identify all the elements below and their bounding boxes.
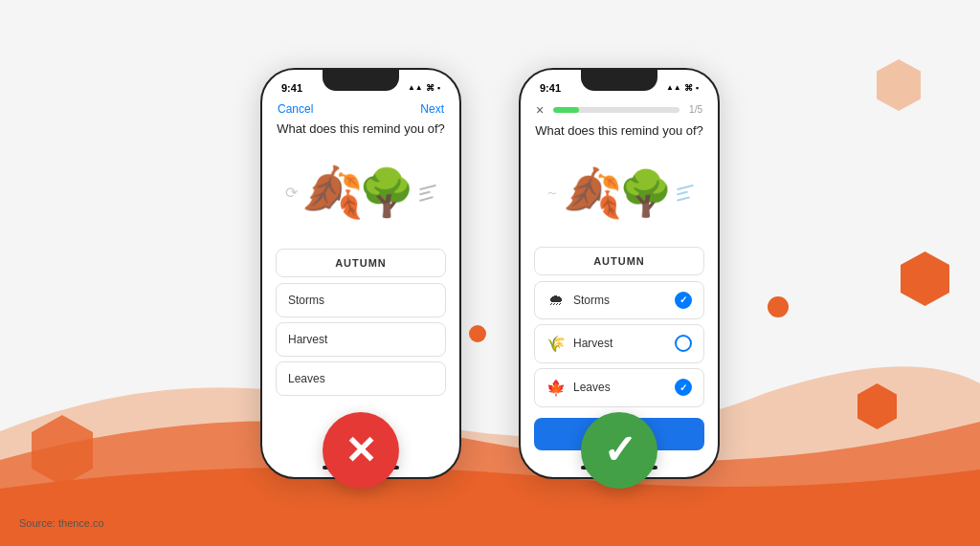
option-storms-good[interactable]: 🌧 Storms — [534, 281, 704, 319]
hex-left-bottom — [29, 412, 96, 489]
time-good: 9:41 — [540, 82, 561, 94]
illustration-bad: ⟳ 🍂 🌳 — [276, 145, 446, 241]
hex-right-mid — [899, 249, 951, 309]
tree-bad: 🍂 — [301, 164, 364, 222]
nav-bar-bad: Cancel Next — [262, 98, 459, 121]
option-leaves-left: 🍁 Leaves — [546, 379, 611, 397]
main-content: 9:41 ▲▲ ⌘ ▪ Cancel Next What does this r… — [0, 0, 980, 546]
option-harvest-left: 🌾 Harvest — [546, 335, 612, 353]
phone-bad-content: What does this remind you of? ⟳ 🍂 🌳 AUTU… — [262, 121, 459, 460]
status-icons-bad: ▲▲ ⌘ ▪ — [408, 83, 440, 93]
svg-marker-2 — [858, 383, 897, 429]
harvest-icon: 🌾 — [546, 335, 566, 353]
signal-icon-bad: ▲▲ — [408, 83, 423, 92]
option-leaves-bad[interactable]: Leaves — [276, 361, 446, 396]
svg-marker-3 — [32, 415, 93, 486]
signal-icon-good: ▲▲ — [666, 83, 681, 92]
option-harvest-bad[interactable]: Harvest — [276, 322, 446, 357]
notch-bad — [323, 70, 399, 91]
progress-bar — [553, 107, 679, 113]
wifi-icon-bad: ⌘ — [426, 83, 434, 93]
option-storms-bad[interactable]: Storms — [276, 283, 446, 317]
progress-fill — [553, 107, 578, 113]
question-bad: What does this remind you of? — [276, 121, 446, 136]
nav-bar-good: × 1/5 — [521, 98, 718, 123]
leaves-icon: 🍁 — [546, 379, 566, 397]
wind-left-good: ～ — [546, 185, 559, 202]
wind-right-good — [677, 183, 694, 204]
phone-good-content: What does this remind you of? ～ 🍂 🌳 AUTU… — [521, 123, 718, 460]
svg-marker-1 — [901, 251, 949, 306]
wind-right-bad — [419, 183, 436, 204]
phone-good-wrapper: 9:41 ▲▲ ⌘ ▪ × 1/5 What does this remind … — [519, 68, 720, 479]
wifi-icon-good: ⌘ — [684, 83, 693, 93]
tree-good: 🍂 — [563, 165, 622, 221]
battery-icon-bad: ▪ — [437, 83, 440, 93]
progress-count: 1/5 — [689, 104, 702, 115]
wind-left-bad: ⟳ — [285, 184, 298, 202]
illustration-good: ～ 🍂 🌳 — [534, 147, 704, 239]
phone-bad-wrapper: 9:41 ▲▲ ⌘ ▪ Cancel Next What does this r… — [260, 68, 461, 479]
leaves-check — [675, 379, 692, 396]
correct-badge: ✓ — [581, 412, 657, 489]
next-button[interactable]: Next — [420, 102, 444, 116]
notch-good — [581, 70, 657, 91]
cancel-button[interactable]: Cancel — [278, 102, 313, 116]
source-label: Source: thence.co — [19, 517, 104, 529]
question-good: What does this remind you of? — [534, 123, 704, 138]
x-icon: ✕ — [345, 431, 377, 470]
option-storms-left: 🌧 Storms — [546, 292, 610, 309]
wrong-badge: ✕ — [323, 412, 399, 489]
orange-dot-right — [768, 296, 789, 317]
orange-dot-center — [469, 325, 486, 342]
hex-bottom-right — [856, 382, 899, 431]
storms-check — [675, 292, 692, 309]
tree2-good: 🌳 — [618, 167, 673, 219]
close-button[interactable]: × — [536, 102, 544, 118]
check-icon: ✓ — [603, 430, 636, 470]
tree2-bad: 🌳 — [358, 166, 415, 220]
option-header-bad: AUTUMN — [276, 249, 446, 277]
option-header-good: AUTUMN — [534, 247, 704, 275]
option-leaves-good[interactable]: 🍁 Leaves — [534, 368, 704, 407]
harvest-check — [675, 335, 692, 352]
status-icons-good: ▲▲ ⌘ ▪ — [666, 83, 699, 93]
option-harvest-good[interactable]: 🌾 Harvest — [534, 324, 704, 363]
battery-icon-good: ▪ — [696, 83, 699, 93]
storms-icon: 🌧 — [546, 292, 566, 309]
time-bad: 9:41 — [281, 82, 302, 94]
